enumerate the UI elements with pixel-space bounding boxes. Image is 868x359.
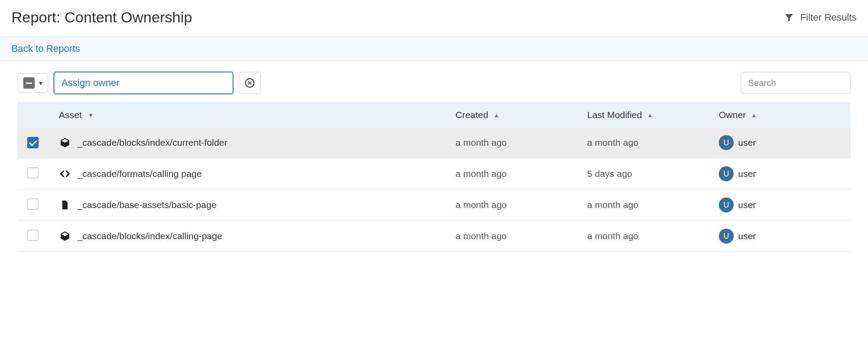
sort-desc-icon: ▼ bbox=[88, 112, 94, 118]
assign-owner-input[interactable] bbox=[54, 72, 233, 94]
owner-cell[interactable]: Uuser bbox=[719, 229, 850, 244]
breadcrumb: Back to Reports bbox=[0, 36, 868, 61]
modified-cell: a month ago bbox=[587, 137, 719, 148]
page-icon bbox=[59, 199, 71, 211]
modified-cell: a month ago bbox=[587, 231, 719, 241]
created-cell: a month ago bbox=[456, 137, 587, 148]
filter-results-label: Filter Results bbox=[800, 12, 857, 23]
select-all-toggle[interactable]: ▾ bbox=[18, 73, 48, 93]
table-row[interactable]: _cascade/formats/calling pagea month ago… bbox=[18, 158, 850, 190]
column-asset[interactable]: Asset ▼ bbox=[53, 110, 456, 120]
row-checkbox[interactable] bbox=[27, 137, 39, 148]
asset-path[interactable]: _cascade/blocks/index/calling-page bbox=[77, 231, 222, 241]
table-row[interactable]: _cascade/blocks/index/current-foldera mo… bbox=[18, 127, 850, 158]
created-cell: a month ago bbox=[456, 231, 587, 241]
owner-cell[interactable]: Uuser bbox=[719, 197, 850, 212]
created-cell: a month ago bbox=[456, 169, 587, 179]
column-owner[interactable]: Owner ▲ bbox=[719, 110, 850, 120]
row-checkbox[interactable] bbox=[27, 230, 39, 241]
sort-asc-icon: ▲ bbox=[647, 112, 653, 118]
filter-results-button[interactable]: Filter Results bbox=[784, 12, 857, 23]
asset-path[interactable]: _cascade/base-assets/basic-page bbox=[77, 200, 217, 210]
column-modified-label: Last Modified bbox=[587, 110, 642, 120]
filter-icon bbox=[784, 12, 794, 23]
code-icon bbox=[59, 168, 71, 180]
table-row[interactable]: _cascade/base-assets/basic-pagea month a… bbox=[18, 190, 850, 221]
owner-name: user bbox=[738, 137, 756, 148]
sort-asc-icon: ▲ bbox=[751, 112, 757, 118]
created-cell: a month ago bbox=[456, 200, 587, 210]
owner-name: user bbox=[738, 169, 756, 179]
owner-cell[interactable]: Uuser bbox=[719, 135, 850, 150]
avatar: U bbox=[719, 135, 734, 150]
chevron-down-icon: ▾ bbox=[39, 79, 43, 87]
avatar: U bbox=[719, 229, 734, 244]
modified-cell: 5 days ago bbox=[587, 169, 719, 179]
avatar: U bbox=[719, 166, 734, 181]
column-modified[interactable]: Last Modified ▲ bbox=[587, 110, 719, 120]
close-circle-icon bbox=[244, 77, 255, 89]
column-created-label: Created bbox=[456, 110, 488, 120]
clear-button[interactable] bbox=[239, 72, 261, 94]
indeterminate-checkbox-icon bbox=[23, 77, 35, 89]
page-title: Report: Content Ownership bbox=[11, 9, 192, 26]
row-checkbox[interactable] bbox=[27, 198, 39, 210]
avatar: U bbox=[719, 197, 734, 212]
content-table: Asset ▼ Created ▲ Last Modified ▲ Owner … bbox=[18, 102, 850, 252]
row-checkbox[interactable] bbox=[27, 167, 39, 179]
block-icon bbox=[59, 230, 71, 242]
owner-cell[interactable]: Uuser bbox=[719, 166, 850, 181]
sort-asc-icon: ▲ bbox=[494, 112, 499, 118]
block-icon bbox=[59, 136, 71, 149]
table-row[interactable]: _cascade/blocks/index/calling-pagea mont… bbox=[18, 221, 850, 252]
asset-path[interactable]: _cascade/blocks/index/current-folder bbox=[77, 137, 227, 148]
owner-name: user bbox=[738, 231, 756, 241]
asset-path[interactable]: _cascade/formats/calling page bbox=[77, 169, 202, 179]
owner-name: user bbox=[738, 200, 756, 210]
table-header: Asset ▼ Created ▲ Last Modified ▲ Owner … bbox=[18, 103, 850, 127]
search-input[interactable] bbox=[741, 72, 850, 94]
column-asset-label: Asset bbox=[59, 110, 82, 120]
column-created[interactable]: Created ▲ bbox=[456, 110, 587, 120]
modified-cell: a month ago bbox=[587, 200, 719, 210]
back-to-reports-link[interactable]: Back to Reports bbox=[11, 43, 80, 54]
column-owner-label: Owner bbox=[719, 110, 746, 120]
